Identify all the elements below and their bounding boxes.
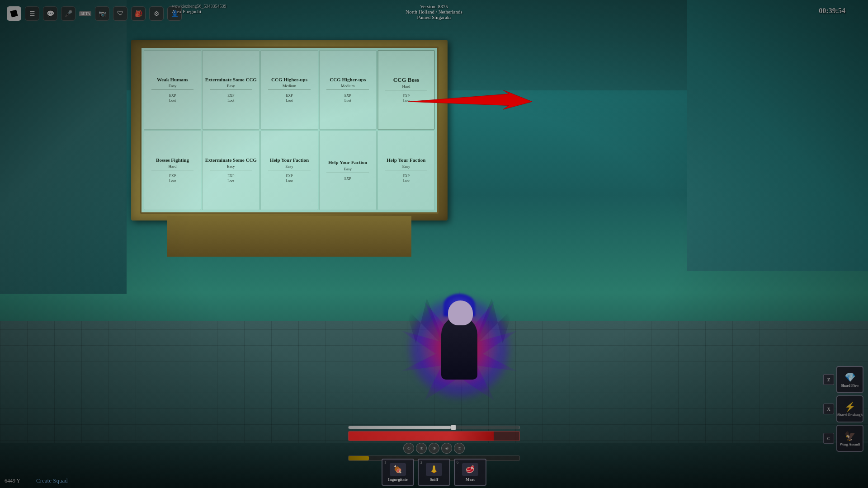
- skill-icon-2: ②: [416, 443, 427, 454]
- player-username: wowkiezheng56_5343354539: [172, 4, 226, 9]
- quest-rewards: EXP Loot: [169, 93, 176, 103]
- skill-slot-sniff[interactable]: 2 👃 Sniff: [418, 459, 450, 486]
- skill-icon-sniff: 👃: [426, 463, 442, 476]
- mic-icon[interactable]: 🎤: [61, 6, 75, 21]
- quest-title: CCG Higher-ups: [271, 77, 307, 83]
- ability-shard-onslaugh[interactable]: ⚡ Shard Onslaugh: [836, 395, 863, 422]
- ability-name-shard-flow: Shard Flow: [841, 384, 859, 388]
- quest-difficulty: Medium: [283, 84, 297, 88]
- quest-cell-weak-humans[interactable]: Weak Humans Easy EXP Loot: [144, 50, 201, 130]
- skill-icon-ingurgitate: 🍖: [390, 463, 406, 476]
- chat-icon[interactable]: 💬: [43, 6, 57, 21]
- health-bar-area: ① ② ③ ④ ⑤: [348, 426, 520, 461]
- quest-cell-ccg-higherup-1[interactable]: CCG Higher-ups Medium EXP Loot: [260, 50, 318, 130]
- skill-name-meat: Meat: [466, 477, 475, 482]
- board-content: Weak Humans Easy EXP Loot Exterminate So…: [140, 47, 439, 214]
- quest-divider: [326, 89, 369, 90]
- skill-icon-3: ③: [429, 443, 439, 454]
- ability-slot-shard-flow: Z 💎 Shard Flow: [823, 366, 863, 393]
- ability-name-shard-onslaugh: Shard Onslaugh: [837, 413, 863, 417]
- highlight-arrow: [398, 88, 542, 115]
- stamina-bar: [348, 426, 520, 429]
- skill-bar: 1 🍖 Ingurgitate 2 👃 Sniff 6 🥩 Meat: [382, 459, 486, 486]
- hotkey-3: 6: [457, 460, 458, 465]
- quest-rewards: EXP Loot: [286, 174, 292, 183]
- quest-cell-help-faction-2[interactable]: Help Your Faction Easy EXP: [319, 131, 377, 210]
- skill-icon-4: ④: [441, 443, 452, 454]
- quest-difficulty: Easy: [402, 164, 410, 169]
- quest-rewards: EXP: [344, 176, 351, 181]
- quest-title: Bosses Fighting: [156, 157, 189, 163]
- settings-icon[interactable]: ⚙: [149, 6, 164, 21]
- quest-rewards: EXP Loot: [227, 174, 234, 183]
- ability-key-c: C: [823, 433, 834, 444]
- right-wall: [687, 0, 868, 271]
- player-display-name: Alex Fueguchi: [172, 9, 226, 14]
- character-head: [448, 300, 473, 325]
- quest-difficulty: Easy: [285, 164, 293, 169]
- server-info-panel: Version: 8375 North Holland / Netherland…: [406, 4, 462, 20]
- camera-icon[interactable]: 📷: [95, 6, 109, 21]
- character-area: [396, 280, 523, 425]
- backpack-icon[interactable]: 🎒: [131, 6, 146, 21]
- game-timer: 00:39:54: [819, 7, 845, 15]
- quest-difficulty: Easy: [227, 164, 235, 169]
- quest-rewards: EXP Loot: [344, 93, 351, 103]
- ability-shard-flow[interactable]: 💎 Shard Flow: [836, 366, 863, 393]
- health-bar: [348, 431, 520, 441]
- menu-icon[interactable]: ☰: [25, 6, 39, 21]
- stamina-fill: [349, 426, 451, 429]
- ability-wing-assault[interactable]: 🦅 Wing Assault: [836, 425, 863, 452]
- quest-cell-ccg-higherup-2[interactable]: CCG Higher-ups Medium EXP Loot: [319, 50, 377, 130]
- quest-difficulty: Easy: [227, 84, 235, 88]
- skill-slot-meat[interactable]: 6 🥩 Meat: [454, 459, 486, 486]
- bag-icon[interactable]: 🛡: [113, 6, 127, 21]
- left-wall: [0, 0, 127, 294]
- quest-divider: [268, 170, 311, 170]
- quest-divider: [210, 170, 252, 170]
- version-label: Version: 8375: [406, 4, 462, 9]
- board-legs: [154, 216, 425, 257]
- quest-title: CCG Higher-ups: [330, 77, 366, 83]
- skill-icon-meat: 🥩: [462, 463, 478, 476]
- skill-icon-5: ⑤: [454, 443, 465, 454]
- create-squad-button[interactable]: Create Squad: [36, 477, 68, 484]
- right-abilities-panel: Z 💎 Shard Flow X ⚡ Shard Onslaugh C 🦅 Wi…: [823, 366, 863, 452]
- ability-key-x: X: [823, 404, 834, 414]
- quest-difficulty: Hard: [169, 164, 177, 169]
- ability-slot-wing-assault: C 🦅 Wing Assault: [823, 425, 863, 452]
- quest-divider: [326, 173, 369, 173]
- quest-title: Exterminate Some CCG: [205, 157, 257, 163]
- quest-cell-bosses-fighting[interactable]: Bosses Fighting Hard EXP Loot: [144, 131, 201, 210]
- stamina-handle: [451, 425, 456, 430]
- coordinates: 6449 Y: [5, 478, 20, 484]
- xp-fill: [349, 456, 369, 460]
- quest-cell-exterminate-ccg-2[interactable]: Exterminate Some CCG Easy EXP Loot: [202, 131, 259, 210]
- character-body: [441, 316, 477, 380]
- ability-name-wing-assault: Wing Assault: [840, 442, 860, 446]
- quest-cell-help-faction-1[interactable]: Help Your Faction Easy EXP Loot: [260, 131, 318, 210]
- roblox-logo[interactable]: [7, 6, 21, 21]
- quest-grid: Weak Humans Easy EXP Loot Exterminate So…: [142, 48, 437, 212]
- health-fill: [349, 432, 494, 441]
- quest-title: Help Your Faction: [387, 157, 425, 163]
- location-label: North Holland / Netherlands: [406, 9, 462, 14]
- quest-title: Help Your Faction: [328, 160, 367, 165]
- quest-cell-help-faction-3[interactable]: Help Your Faction Easy EXP Loot: [377, 131, 435, 210]
- beta-badge: BETA: [79, 11, 91, 16]
- quest-divider: [210, 89, 252, 90]
- quest-title: Weak Humans: [157, 77, 188, 83]
- skill-slot-ingurgitate[interactable]: 1 🍖 Ingurgitate: [382, 459, 414, 486]
- bottom-hud: ① ② ③ ④ ⑤ 1 🍖 Ingurgitate 2 👃 Sniff 6 🥩 …: [0, 425, 868, 488]
- quest-rewards: EXP Loot: [403, 174, 410, 183]
- ability-key-z: Z: [823, 374, 834, 385]
- quest-rewards: EXP Loot: [169, 174, 176, 183]
- svg-rect-1: [10, 9, 18, 17]
- quest-difficulty: Easy: [344, 167, 352, 171]
- quest-cell-exterminate-ccg-1[interactable]: Exterminate Some CCG Easy EXP Loot: [202, 50, 259, 130]
- quest-title: Help Your Faction: [270, 157, 309, 163]
- coordinates-display: 6449 Y: [5, 478, 20, 484]
- quest-divider: [151, 89, 194, 90]
- hotkey-2: 2: [420, 460, 422, 465]
- quest-title: CCG Boss: [393, 76, 419, 84]
